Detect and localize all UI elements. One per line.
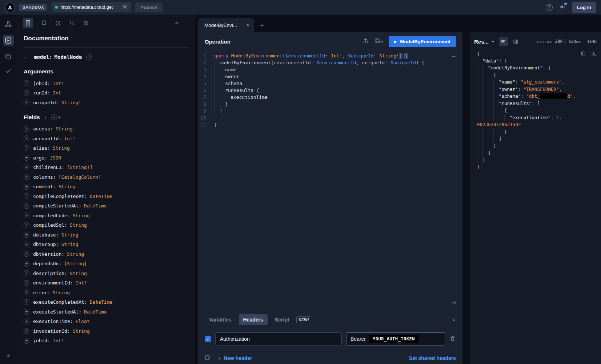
operation-tab[interactable]: ModelByEnvi... × bbox=[198, 18, 254, 32]
field-type[interactable]: String bbox=[70, 222, 87, 228]
documentation-tab-icon[interactable] bbox=[23, 18, 33, 28]
expand-rail-icon[interactable]: » bbox=[7, 352, 10, 359]
field-name[interactable]: accountId: bbox=[33, 136, 61, 141]
field-name[interactable]: compiledCode: bbox=[33, 213, 70, 218]
add-type-icon[interactable]: + bbox=[86, 54, 92, 60]
checkmark-icon[interactable] bbox=[5, 67, 12, 74]
field-name[interactable]: uniqueId: bbox=[33, 100, 59, 105]
add-to-operation-icon[interactable]: + bbox=[24, 80, 29, 86]
code-line[interactable]: 4owner bbox=[198, 73, 462, 80]
collapse-docs-icon[interactable]: « bbox=[175, 19, 179, 27]
add-to-operation-icon[interactable]: + bbox=[24, 145, 29, 151]
field-type[interactable]: String bbox=[70, 271, 87, 276]
checklist-icon[interactable] bbox=[5, 53, 12, 60]
add-to-operation-icon[interactable]: + bbox=[24, 174, 29, 180]
field-type[interactable]: Int! bbox=[64, 136, 75, 141]
field-name[interactable]: description: bbox=[33, 271, 67, 276]
tab-headers[interactable]: Headers bbox=[239, 314, 268, 325]
add-to-operation-icon[interactable]: + bbox=[24, 90, 29, 96]
format-json-icon[interactable] bbox=[499, 37, 508, 46]
field-name[interactable]: dependsOn: bbox=[33, 261, 61, 266]
field-name[interactable]: comment: bbox=[33, 184, 56, 189]
explorer-icon[interactable] bbox=[3, 35, 14, 46]
new-header-button[interactable]: + New header bbox=[217, 355, 252, 362]
endpoint-url[interactable]: https://metadata.cloud.get bbox=[60, 5, 120, 10]
add-to-operation-icon[interactable]: + bbox=[24, 222, 29, 228]
field-name[interactable]: args: bbox=[33, 155, 47, 161]
add-to-operation-icon[interactable]: + bbox=[24, 213, 29, 218]
add-to-operation-icon[interactable]: + bbox=[24, 193, 29, 199]
endpoint-settings-gear-icon[interactable] bbox=[122, 4, 128, 11]
field-type[interactable]: [CatalogColumn] bbox=[59, 174, 101, 180]
field-name[interactable]: jobId: bbox=[33, 338, 50, 343]
download-response-icon[interactable] bbox=[591, 51, 597, 59]
add-to-operation-icon[interactable]: + bbox=[24, 280, 29, 286]
field-type[interactable]: DateTime bbox=[90, 194, 113, 199]
bookmarks-icon[interactable] bbox=[41, 20, 47, 26]
field-type[interactable]: String bbox=[53, 290, 70, 295]
header-enabled-checkbox[interactable]: ✓ bbox=[205, 336, 211, 342]
auth-token-value[interactable]: YOUR_AUTH_TOKEN bbox=[369, 335, 418, 343]
apollo-logo[interactable]: A bbox=[5, 3, 15, 12]
back-arrow-icon[interactable]: ← bbox=[24, 54, 29, 60]
endpoint-url-box[interactable]: https://metadata.cloud.get bbox=[52, 2, 131, 12]
field-name[interactable]: columns: bbox=[33, 174, 56, 180]
code-line[interactable]: 1query ModelByEnvironment($environmentId… bbox=[198, 52, 462, 59]
field-name[interactable]: runId: bbox=[33, 90, 50, 96]
field-name[interactable]: dbtVersion: bbox=[33, 251, 64, 257]
run-operation-button[interactable]: ▶ ModelByEnvironment bbox=[389, 36, 456, 47]
field-name[interactable]: childrenL1: bbox=[33, 165, 64, 170]
add-to-operation-icon[interactable]: + bbox=[24, 126, 29, 132]
editor-menu-ellipsis-icon[interactable]: ⋯ bbox=[452, 53, 456, 60]
field-type[interactable]: [String] bbox=[64, 261, 87, 266]
field-name[interactable]: executeStartedAt: bbox=[33, 309, 81, 315]
collapse-panel-icon[interactable]: » bbox=[451, 318, 458, 321]
field-name[interactable]: compileCompletedAt: bbox=[33, 194, 87, 199]
add-to-operation-icon[interactable]: + bbox=[24, 338, 29, 344]
copy-response-icon[interactable] bbox=[580, 51, 586, 59]
code-line[interactable]: 3name bbox=[198, 66, 462, 73]
settings-gear-icon[interactable] bbox=[83, 20, 89, 26]
field-type[interactable]: DateTime bbox=[84, 309, 107, 315]
announcements-icon[interactable] bbox=[559, 4, 566, 11]
response-dropdown-chevron-icon[interactable]: ▾ bbox=[492, 39, 494, 44]
code-line[interactable]: 9} bbox=[198, 108, 462, 114]
add-to-operation-icon[interactable]: + bbox=[24, 100, 29, 105]
add-to-operation-icon[interactable]: + bbox=[24, 270, 29, 276]
help-icon[interactable]: ? bbox=[546, 4, 553, 11]
add-to-operation-icon[interactable]: + bbox=[24, 203, 29, 209]
field-type[interactable]: String bbox=[73, 328, 90, 334]
code-line[interactable]: 10 bbox=[198, 114, 462, 121]
add-to-operation-icon[interactable]: + bbox=[24, 232, 29, 238]
schema-graph-icon[interactable] bbox=[5, 20, 12, 28]
field-type[interactable]: DateTime bbox=[90, 299, 113, 305]
sort-fields-icon[interactable]: ↓ bbox=[44, 114, 47, 120]
operation-tab-title[interactable]: ModelByEnvi... bbox=[204, 23, 243, 28]
add-to-operation-icon[interactable]: + bbox=[24, 251, 29, 257]
add-to-operation-icon[interactable]: + bbox=[24, 136, 29, 141]
header-key-input[interactable] bbox=[215, 332, 342, 346]
field-type[interactable]: Int! bbox=[76, 280, 87, 286]
field-type[interactable]: String bbox=[59, 184, 76, 189]
field-type[interactable]: String bbox=[53, 145, 70, 151]
edit-env-icon[interactable] bbox=[205, 355, 211, 362]
field-name[interactable]: invocationId: bbox=[33, 328, 70, 334]
login-button[interactable]: Log in bbox=[572, 2, 596, 13]
code-line[interactable]: 11} bbox=[198, 121, 462, 128]
add-to-operation-icon[interactable]: + bbox=[24, 309, 29, 315]
code-line[interactable]: 6runResults { bbox=[198, 87, 462, 94]
field-type[interactable]: String bbox=[56, 126, 73, 132]
code-line[interactable]: 7executionTime bbox=[198, 94, 462, 101]
code-line[interactable]: 8} bbox=[198, 101, 462, 108]
keyboard-shortcuts-icon[interactable]: ⌨ bbox=[452, 299, 456, 306]
field-type[interactable]: JSON bbox=[50, 155, 61, 161]
delete-header-icon[interactable] bbox=[449, 335, 456, 343]
header-value-input[interactable]: Bearer YOUR_AUTH_TOKEN bbox=[346, 332, 445, 346]
field-name[interactable]: environmentId: bbox=[33, 280, 73, 286]
field-type[interactable]: String bbox=[61, 242, 78, 247]
query-editor[interactable]: 1query ModelByEnvironment($environmentId… bbox=[198, 51, 462, 310]
search-icon[interactable] bbox=[69, 20, 75, 26]
add-to-operation-icon[interactable]: + bbox=[24, 290, 29, 295]
field-name[interactable]: executeCompletedAt: bbox=[33, 299, 87, 305]
field-name[interactable]: compiledSql: bbox=[33, 222, 67, 228]
